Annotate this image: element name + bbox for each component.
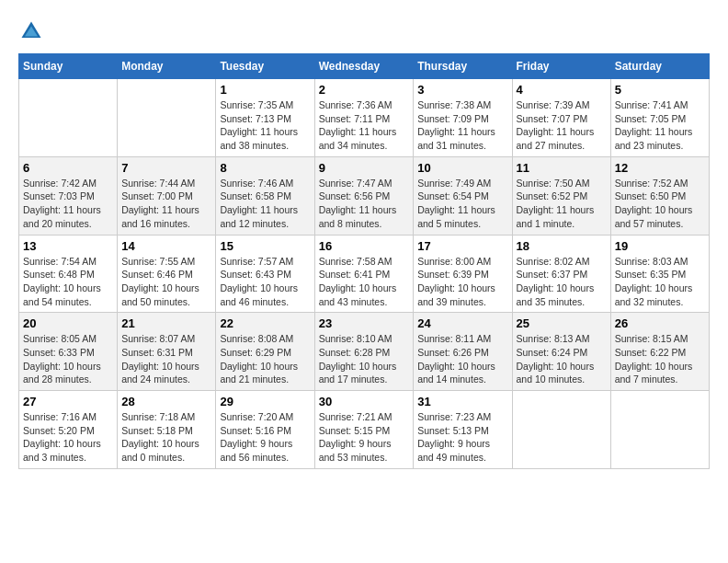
calendar-cell bbox=[19, 79, 118, 157]
day-number: 14 bbox=[121, 239, 211, 253]
logo bbox=[18, 18, 48, 44]
calendar-cell: 21Sunrise: 8:07 AM Sunset: 6:31 PM Dayli… bbox=[118, 313, 216, 391]
calendar-cell: 6Sunrise: 7:42 AM Sunset: 7:03 PM Daylig… bbox=[19, 156, 118, 235]
calendar-header-row: SundayMondayTuesdayWednesdayThursdayFrid… bbox=[19, 54, 710, 79]
day-info: Sunrise: 7:39 AM Sunset: 7:07 PM Dayligh… bbox=[517, 98, 607, 153]
calendar-cell: 23Sunrise: 8:10 AM Sunset: 6:28 PM Dayli… bbox=[314, 313, 414, 391]
calendar-cell: 26Sunrise: 8:15 AM Sunset: 6:22 PM Dayli… bbox=[610, 313, 709, 391]
calendar-cell: 19Sunrise: 8:03 AM Sunset: 6:35 PM Dayli… bbox=[610, 235, 709, 313]
day-number: 15 bbox=[220, 239, 310, 253]
day-info: Sunrise: 8:03 AM Sunset: 6:35 PM Dayligh… bbox=[615, 255, 705, 309]
day-number: 3 bbox=[417, 83, 507, 97]
calendar-cell: 10Sunrise: 7:49 AM Sunset: 6:54 PM Dayli… bbox=[414, 156, 512, 235]
day-number: 29 bbox=[220, 395, 310, 408]
calendar-cell: 28Sunrise: 7:18 AM Sunset: 5:18 PM Dayli… bbox=[118, 391, 216, 469]
calendar-cell: 27Sunrise: 7:16 AM Sunset: 5:20 PM Dayli… bbox=[19, 391, 118, 469]
day-info: Sunrise: 7:52 AM Sunset: 6:50 PM Dayligh… bbox=[615, 177, 705, 231]
day-info: Sunrise: 8:05 AM Sunset: 6:33 PM Dayligh… bbox=[23, 332, 113, 386]
calendar-week-row: 13Sunrise: 7:54 AM Sunset: 6:48 PM Dayli… bbox=[19, 235, 710, 313]
column-header-sunday: Sunday bbox=[19, 54, 118, 79]
day-info: Sunrise: 8:08 AM Sunset: 6:29 PM Dayligh… bbox=[220, 332, 310, 386]
day-info: Sunrise: 7:42 AM Sunset: 7:03 PM Dayligh… bbox=[23, 177, 113, 231]
day-number: 25 bbox=[517, 316, 607, 330]
day-info: Sunrise: 7:47 AM Sunset: 6:56 PM Dayligh… bbox=[319, 177, 410, 231]
calendar-week-row: 6Sunrise: 7:42 AM Sunset: 7:03 PM Daylig… bbox=[19, 156, 710, 235]
calendar-week-row: 1Sunrise: 7:35 AM Sunset: 7:13 PM Daylig… bbox=[19, 79, 710, 157]
calendar-cell: 1Sunrise: 7:35 AM Sunset: 7:13 PM Daylig… bbox=[216, 79, 314, 157]
calendar-cell bbox=[610, 391, 709, 469]
calendar-cell: 16Sunrise: 7:58 AM Sunset: 6:41 PM Dayli… bbox=[314, 235, 414, 313]
calendar-cell: 12Sunrise: 7:52 AM Sunset: 6:50 PM Dayli… bbox=[610, 156, 709, 235]
day-number: 28 bbox=[121, 395, 211, 408]
calendar-cell: 13Sunrise: 7:54 AM Sunset: 6:48 PM Dayli… bbox=[19, 235, 118, 313]
day-info: Sunrise: 7:46 AM Sunset: 6:58 PM Dayligh… bbox=[220, 177, 310, 231]
calendar-cell: 4Sunrise: 7:39 AM Sunset: 7:07 PM Daylig… bbox=[512, 79, 610, 157]
calendar-cell: 22Sunrise: 8:08 AM Sunset: 6:29 PM Dayli… bbox=[216, 313, 314, 391]
day-info: Sunrise: 8:11 AM Sunset: 6:26 PM Dayligh… bbox=[417, 332, 507, 386]
calendar-cell: 25Sunrise: 8:13 AM Sunset: 6:24 PM Dayli… bbox=[512, 313, 610, 391]
calendar-cell bbox=[118, 79, 216, 157]
day-info: Sunrise: 7:44 AM Sunset: 7:00 PM Dayligh… bbox=[121, 177, 211, 231]
day-info: Sunrise: 7:38 AM Sunset: 7:09 PM Dayligh… bbox=[417, 98, 507, 153]
day-info: Sunrise: 7:18 AM Sunset: 5:18 PM Dayligh… bbox=[121, 410, 211, 465]
calendar-cell: 14Sunrise: 7:55 AM Sunset: 6:46 PM Dayli… bbox=[118, 235, 216, 313]
day-number: 8 bbox=[220, 161, 310, 175]
day-number: 24 bbox=[417, 316, 507, 330]
day-info: Sunrise: 7:58 AM Sunset: 6:41 PM Dayligh… bbox=[319, 255, 410, 309]
day-number: 18 bbox=[517, 239, 607, 253]
calendar-week-row: 27Sunrise: 7:16 AM Sunset: 5:20 PM Dayli… bbox=[19, 391, 710, 469]
day-number: 31 bbox=[417, 395, 507, 408]
calendar-cell: 11Sunrise: 7:50 AM Sunset: 6:52 PM Dayli… bbox=[512, 156, 610, 235]
logo-icon bbox=[18, 18, 44, 44]
day-number: 12 bbox=[615, 161, 705, 175]
calendar-cell: 5Sunrise: 7:41 AM Sunset: 7:05 PM Daylig… bbox=[610, 79, 709, 157]
day-number: 13 bbox=[23, 239, 113, 253]
calendar-cell: 29Sunrise: 7:20 AM Sunset: 5:16 PM Dayli… bbox=[216, 391, 314, 469]
calendar-cell: 2Sunrise: 7:36 AM Sunset: 7:11 PM Daylig… bbox=[314, 79, 414, 157]
day-info: Sunrise: 8:10 AM Sunset: 6:28 PM Dayligh… bbox=[319, 332, 410, 386]
calendar-cell: 7Sunrise: 7:44 AM Sunset: 7:00 PM Daylig… bbox=[118, 156, 216, 235]
column-header-monday: Monday bbox=[118, 54, 216, 79]
day-info: Sunrise: 7:21 AM Sunset: 5:15 PM Dayligh… bbox=[319, 410, 410, 465]
day-number: 23 bbox=[319, 316, 410, 330]
calendar-week-row: 20Sunrise: 8:05 AM Sunset: 6:33 PM Dayli… bbox=[19, 313, 710, 391]
column-header-thursday: Thursday bbox=[414, 54, 512, 79]
day-info: Sunrise: 7:41 AM Sunset: 7:05 PM Dayligh… bbox=[615, 98, 705, 153]
day-number: 27 bbox=[23, 395, 113, 408]
day-number: 30 bbox=[319, 395, 410, 408]
day-number: 11 bbox=[517, 161, 607, 175]
calendar-cell: 8Sunrise: 7:46 AM Sunset: 6:58 PM Daylig… bbox=[216, 156, 314, 235]
day-number: 20 bbox=[23, 316, 113, 330]
column-header-friday: Friday bbox=[512, 54, 610, 79]
day-info: Sunrise: 7:57 AM Sunset: 6:43 PM Dayligh… bbox=[220, 255, 310, 309]
day-number: 4 bbox=[517, 83, 607, 97]
day-info: Sunrise: 8:02 AM Sunset: 6:37 PM Dayligh… bbox=[517, 255, 607, 309]
day-number: 10 bbox=[417, 161, 507, 175]
day-number: 17 bbox=[417, 239, 507, 253]
calendar-cell: 30Sunrise: 7:21 AM Sunset: 5:15 PM Dayli… bbox=[314, 391, 414, 469]
page-header bbox=[18, 18, 710, 44]
day-info: Sunrise: 7:20 AM Sunset: 5:16 PM Dayligh… bbox=[220, 410, 310, 465]
column-header-wednesday: Wednesday bbox=[314, 54, 414, 79]
day-info: Sunrise: 8:13 AM Sunset: 6:24 PM Dayligh… bbox=[517, 332, 607, 386]
day-number: 19 bbox=[615, 239, 705, 253]
day-number: 21 bbox=[121, 316, 211, 330]
day-info: Sunrise: 7:54 AM Sunset: 6:48 PM Dayligh… bbox=[23, 255, 113, 309]
calendar-cell: 18Sunrise: 8:02 AM Sunset: 6:37 PM Dayli… bbox=[512, 235, 610, 313]
day-info: Sunrise: 8:00 AM Sunset: 6:39 PM Dayligh… bbox=[417, 255, 507, 309]
day-info: Sunrise: 7:55 AM Sunset: 6:46 PM Dayligh… bbox=[121, 255, 211, 309]
day-number: 22 bbox=[220, 316, 310, 330]
day-number: 2 bbox=[319, 83, 410, 97]
day-info: Sunrise: 8:15 AM Sunset: 6:22 PM Dayligh… bbox=[615, 332, 705, 386]
day-number: 16 bbox=[319, 239, 410, 253]
day-info: Sunrise: 7:16 AM Sunset: 5:20 PM Dayligh… bbox=[23, 410, 113, 465]
day-info: Sunrise: 7:23 AM Sunset: 5:13 PM Dayligh… bbox=[417, 410, 507, 465]
column-header-tuesday: Tuesday bbox=[216, 54, 314, 79]
calendar-cell: 17Sunrise: 8:00 AM Sunset: 6:39 PM Dayli… bbox=[414, 235, 512, 313]
day-info: Sunrise: 7:50 AM Sunset: 6:52 PM Dayligh… bbox=[517, 177, 607, 231]
calendar-cell bbox=[512, 391, 610, 469]
calendar-cell: 20Sunrise: 8:05 AM Sunset: 6:33 PM Dayli… bbox=[19, 313, 118, 391]
day-info: Sunrise: 7:36 AM Sunset: 7:11 PM Dayligh… bbox=[319, 98, 410, 153]
day-info: Sunrise: 7:35 AM Sunset: 7:13 PM Dayligh… bbox=[220, 98, 310, 153]
day-number: 26 bbox=[615, 316, 705, 330]
